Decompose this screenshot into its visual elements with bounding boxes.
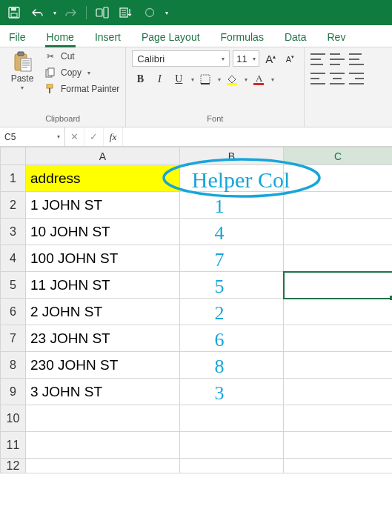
cell-A6[interactable]: 2 JOHN ST (26, 299, 180, 325)
tab-home[interactable]: Home (45, 27, 76, 47)
cell-B4[interactable] (180, 245, 284, 272)
cell-A7[interactable]: 23 JOHN ST (26, 325, 180, 352)
font-size-selector[interactable]: 11 ▾ (233, 50, 259, 67)
cell-A4[interactable]: 100 JOHN ST (26, 245, 180, 272)
svg-rect-8 (18, 52, 24, 56)
col-header-B[interactable]: B (180, 147, 284, 165)
font-name-value: Calibri (137, 53, 165, 64)
cell-A12[interactable] (26, 459, 180, 473)
redo-icon[interactable] (61, 3, 80, 22)
cell-C7[interactable] (284, 325, 393, 352)
tab-page-layout[interactable]: Page Layout (140, 27, 202, 47)
align-center-button[interactable] (330, 73, 345, 84)
cell-B1[interactable] (180, 165, 284, 192)
name-box[interactable]: C5 ▾ (0, 127, 65, 146)
save-icon[interactable] (4, 3, 24, 22)
col-header-C[interactable]: C (284, 147, 393, 165)
touch-mode-icon[interactable] (93, 3, 112, 22)
cell-C5[interactable] (284, 272, 393, 299)
insert-function-button[interactable]: fx (104, 127, 123, 146)
decrease-font-button[interactable]: A▾ (282, 50, 298, 67)
cell-C1[interactable] (284, 165, 393, 192)
row-header-5[interactable]: 5 (1, 272, 26, 299)
cell-B5[interactable] (180, 272, 284, 299)
align-middle-button[interactable] (330, 53, 345, 65)
tab-formulas[interactable]: Formulas (219, 27, 265, 47)
cell-A1[interactable]: address (26, 165, 180, 192)
cell-C2[interactable] (284, 192, 393, 219)
cell-B8[interactable] (180, 352, 284, 379)
circle-icon[interactable] (140, 3, 159, 22)
row-header-10[interactable]: 10 (1, 405, 26, 432)
cell-C4[interactable] (284, 245, 393, 272)
tab-review[interactable]: Rev (326, 27, 348, 47)
underline-button[interactable]: U (170, 71, 187, 87)
formula-input[interactable] (123, 127, 392, 146)
row-header-4[interactable]: 4 (1, 245, 26, 272)
row-header-1[interactable]: 1 (1, 165, 26, 192)
cell-A3[interactable]: 10 JOHN ST (26, 219, 180, 245)
underline-dropdown-icon[interactable]: ▾ (191, 76, 194, 83)
cell-A9[interactable]: 3 JOHN ST (26, 379, 180, 405)
cell-A10[interactable] (26, 405, 180, 432)
select-all-corner[interactable] (1, 147, 26, 165)
row-header-7[interactable]: 7 (1, 325, 26, 352)
cell-B3[interactable] (180, 219, 284, 245)
tab-data[interactable]: Data (283, 27, 308, 47)
row-header-8[interactable]: 8 (1, 352, 26, 379)
align-top-button[interactable] (310, 53, 325, 65)
bold-button[interactable]: B (132, 71, 148, 87)
cell-B7[interactable] (180, 325, 284, 352)
cell-C8[interactable] (284, 352, 393, 379)
row-header-9[interactable]: 9 (1, 379, 26, 405)
align-right-button[interactable] (349, 73, 364, 84)
qat-customize-icon[interactable]: ▾ (165, 10, 168, 16)
align-bottom-button[interactable] (349, 53, 364, 65)
row-header-2[interactable]: 2 (1, 192, 26, 219)
font-color-dropdown-icon[interactable]: ▾ (271, 76, 274, 83)
cell-A11[interactable] (26, 432, 180, 459)
cell-B9[interactable] (180, 379, 284, 405)
cell-B6[interactable] (180, 299, 284, 325)
cell-A5[interactable]: 11 JOHN ST (26, 272, 180, 299)
format-painter-button[interactable]: Format Painter (44, 83, 119, 95)
cell-A8[interactable]: 230 JOHN ST (26, 352, 180, 379)
cell-B12[interactable] (180, 459, 284, 473)
sort-icon[interactable] (116, 3, 136, 22)
tab-insert[interactable]: Insert (93, 27, 122, 47)
fill-color-button[interactable] (224, 71, 240, 87)
row-header-3[interactable]: 3 (1, 219, 26, 245)
copy-dropdown-icon[interactable]: ▾ (87, 70, 90, 76)
row-header-11[interactable]: 11 (1, 432, 26, 459)
cell-B10[interactable] (180, 405, 284, 432)
cell-B2[interactable] (180, 192, 284, 219)
align-left-button[interactable] (310, 73, 325, 84)
tab-file[interactable]: File (7, 27, 27, 47)
cell-C9[interactable] (284, 379, 393, 405)
paste-dropdown-icon[interactable]: ▾ (21, 84, 24, 91)
cell-C12[interactable] (284, 459, 393, 473)
font-name-selector[interactable]: Calibri ▾ (132, 50, 230, 67)
undo-icon[interactable] (28, 3, 47, 22)
cut-button[interactable]: ✂ Cut (44, 50, 119, 62)
row-header-6[interactable]: 6 (1, 299, 26, 325)
border-dropdown-icon[interactable]: ▾ (218, 76, 221, 83)
paste-button[interactable]: Paste ▾ (6, 50, 39, 91)
undo-dropdown-icon[interactable]: ▾ (53, 10, 56, 16)
cell-C3[interactable] (284, 219, 393, 245)
border-button[interactable] (197, 71, 213, 87)
cell-B11[interactable] (180, 432, 284, 459)
font-color-button[interactable]: A (250, 71, 267, 87)
cell-C10[interactable] (284, 405, 393, 432)
italic-button[interactable]: I (151, 71, 167, 87)
enter-formula-button[interactable]: ✓ (84, 127, 104, 146)
cell-C11[interactable] (284, 432, 393, 459)
cancel-formula-button[interactable]: ✕ (65, 127, 84, 146)
increase-font-button[interactable]: A▴ (262, 50, 279, 67)
row-header-12[interactable]: 12 (1, 459, 26, 473)
copy-button[interactable]: Copy ▾ (44, 67, 119, 79)
cell-A2[interactable]: 1 JOHN ST (26, 192, 180, 219)
cell-C6[interactable] (284, 299, 393, 325)
fill-dropdown-icon[interactable]: ▾ (245, 76, 248, 83)
col-header-A[interactable]: A (26, 147, 180, 165)
